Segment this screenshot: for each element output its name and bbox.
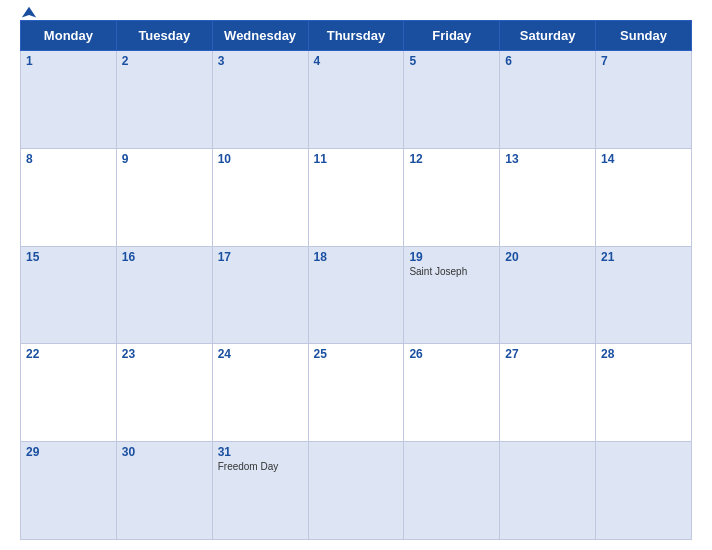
day-number: 17 xyxy=(218,250,303,264)
day-number: 12 xyxy=(409,152,494,166)
calendar-cell: 3 xyxy=(212,51,308,149)
day-number: 29 xyxy=(26,445,111,459)
calendar-cell: 2 xyxy=(116,51,212,149)
calendar-cell: 13 xyxy=(500,148,596,246)
day-number: 27 xyxy=(505,347,590,361)
calendar-cell: 8 xyxy=(21,148,117,246)
calendar-cell: 21 xyxy=(596,246,692,344)
day-number: 25 xyxy=(314,347,399,361)
calendar-cell xyxy=(308,442,404,540)
day-number: 21 xyxy=(601,250,686,264)
calendar-cell xyxy=(500,442,596,540)
calendar-cell: 14 xyxy=(596,148,692,246)
calendar-cell: 1 xyxy=(21,51,117,149)
calendar-cell: 15 xyxy=(21,246,117,344)
svg-marker-0 xyxy=(22,7,36,18)
calendar-cell: 6 xyxy=(500,51,596,149)
calendar-cell xyxy=(596,442,692,540)
calendar-cell: 22 xyxy=(21,344,117,442)
logo xyxy=(20,5,40,23)
day-number: 2 xyxy=(122,54,207,68)
day-number: 15 xyxy=(26,250,111,264)
calendar-cell: 11 xyxy=(308,148,404,246)
day-number: 24 xyxy=(218,347,303,361)
calendar-header xyxy=(20,10,692,14)
day-number: 4 xyxy=(314,54,399,68)
day-number: 13 xyxy=(505,152,590,166)
calendar-week-row: 293031Freedom Day xyxy=(21,442,692,540)
calendar-cell: 27 xyxy=(500,344,596,442)
calendar-cell: 12 xyxy=(404,148,500,246)
calendar-cell: 18 xyxy=(308,246,404,344)
day-number: 10 xyxy=(218,152,303,166)
weekday-monday: Monday xyxy=(21,21,117,51)
event-label: Saint Joseph xyxy=(409,266,494,277)
calendar-cell: 4 xyxy=(308,51,404,149)
day-number: 16 xyxy=(122,250,207,264)
day-number: 9 xyxy=(122,152,207,166)
calendar-cell: 26 xyxy=(404,344,500,442)
calendar-cell: 9 xyxy=(116,148,212,246)
calendar-table: MondayTuesdayWednesdayThursdayFridaySatu… xyxy=(20,20,692,540)
day-number: 6 xyxy=(505,54,590,68)
calendar-cell: 31Freedom Day xyxy=(212,442,308,540)
calendar-cell: 30 xyxy=(116,442,212,540)
day-number: 30 xyxy=(122,445,207,459)
day-number: 14 xyxy=(601,152,686,166)
calendar-cell: 10 xyxy=(212,148,308,246)
weekday-wednesday: Wednesday xyxy=(212,21,308,51)
calendar-cell: 17 xyxy=(212,246,308,344)
day-number: 7 xyxy=(601,54,686,68)
day-number: 26 xyxy=(409,347,494,361)
calendar-week-row: 891011121314 xyxy=(21,148,692,246)
logo-bird-icon xyxy=(20,5,38,23)
calendar-week-row: 22232425262728 xyxy=(21,344,692,442)
day-number: 5 xyxy=(409,54,494,68)
day-number: 8 xyxy=(26,152,111,166)
day-number: 3 xyxy=(218,54,303,68)
day-number: 18 xyxy=(314,250,399,264)
weekday-saturday: Saturday xyxy=(500,21,596,51)
logo-blue-text xyxy=(20,5,40,23)
day-number: 22 xyxy=(26,347,111,361)
calendar-week-row: 1516171819Saint Joseph2021 xyxy=(21,246,692,344)
day-number: 19 xyxy=(409,250,494,264)
calendar-week-row: 1234567 xyxy=(21,51,692,149)
weekday-tuesday: Tuesday xyxy=(116,21,212,51)
calendar-cell: 5 xyxy=(404,51,500,149)
calendar-cell: 19Saint Joseph xyxy=(404,246,500,344)
weekday-friday: Friday xyxy=(404,21,500,51)
calendar-cell: 20 xyxy=(500,246,596,344)
day-number: 1 xyxy=(26,54,111,68)
day-number: 31 xyxy=(218,445,303,459)
calendar-cell: 28 xyxy=(596,344,692,442)
weekday-header-row: MondayTuesdayWednesdayThursdayFridaySatu… xyxy=(21,21,692,51)
day-number: 20 xyxy=(505,250,590,264)
weekday-thursday: Thursday xyxy=(308,21,404,51)
calendar-cell xyxy=(404,442,500,540)
weekday-sunday: Sunday xyxy=(596,21,692,51)
calendar-cell: 7 xyxy=(596,51,692,149)
calendar-cell: 23 xyxy=(116,344,212,442)
day-number: 28 xyxy=(601,347,686,361)
day-number: 11 xyxy=(314,152,399,166)
day-number: 23 xyxy=(122,347,207,361)
calendar-cell: 24 xyxy=(212,344,308,442)
calendar-cell: 16 xyxy=(116,246,212,344)
event-label: Freedom Day xyxy=(218,461,303,472)
calendar-cell: 25 xyxy=(308,344,404,442)
calendar-cell: 29 xyxy=(21,442,117,540)
